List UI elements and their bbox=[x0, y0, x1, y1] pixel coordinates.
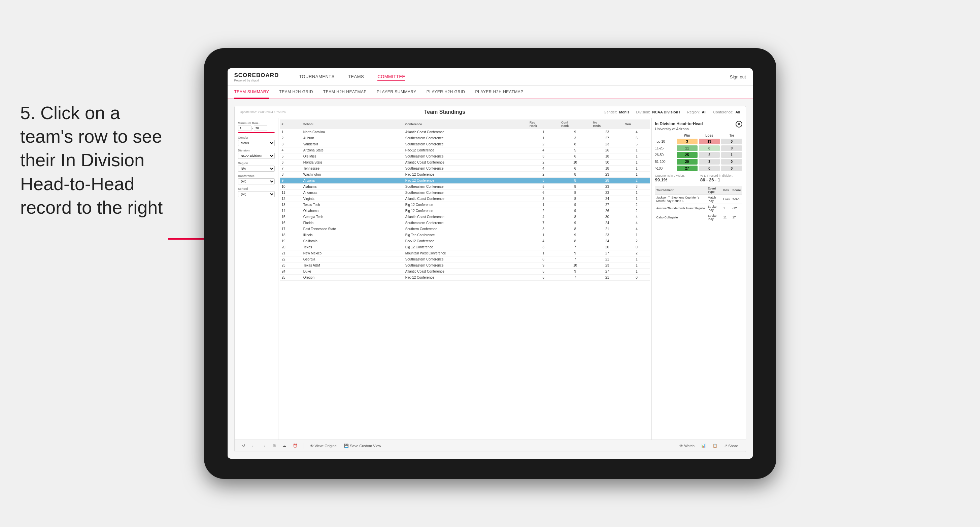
table-row[interactable]: 2 Auburn Southeastern Conference 1 3 27 … bbox=[280, 135, 650, 141]
nav-tournaments[interactable]: TOURNAMENTS bbox=[299, 73, 335, 81]
cell-rnds: 30 bbox=[591, 214, 624, 220]
cell-conference: Atlantic Coast Conference bbox=[403, 129, 528, 135]
toolbar-grid[interactable]: ⊞ bbox=[270, 443, 278, 449]
toolbar-icon-2[interactable]: 📋 bbox=[711, 443, 719, 449]
cell-rnds: 26 bbox=[591, 148, 624, 154]
table-row[interactable]: 9 Arizona Pac-12 Conference 5 8 28 2 bbox=[280, 178, 650, 184]
subnav-player-h2h-heatmap[interactable]: PLAYER H2H HEATMAP bbox=[476, 86, 523, 98]
h2h-row-100plus: >100 27 0 0 bbox=[655, 165, 742, 171]
cell-reg-rank: 3 bbox=[528, 196, 559, 202]
table-row[interactable]: 17 East Tennessee State Southern Confere… bbox=[280, 226, 650, 232]
cell-win: 1 bbox=[624, 148, 650, 154]
toolbar-undo[interactable]: ↺ bbox=[240, 443, 247, 449]
toolbar-clock[interactable]: ⏰ bbox=[291, 443, 300, 449]
gender-select[interactable]: Men's Women's bbox=[238, 140, 275, 146]
min-rounds-slider[interactable] bbox=[238, 132, 275, 133]
table-row[interactable]: 25 Oregon Pac-12 Conference 5 7 21 0 bbox=[280, 275, 650, 281]
cell-conf-rank: 8 bbox=[559, 238, 591, 244]
cell-reg-rank: 4 bbox=[528, 214, 559, 220]
table-row[interactable]: 1 North Carolina Atlantic Coast Conferen… bbox=[280, 129, 650, 135]
sign-out-button[interactable]: Sign out bbox=[730, 75, 746, 79]
cell-rnds: 23 bbox=[591, 184, 624, 190]
cell-conference: Big Ten Conference bbox=[403, 232, 528, 238]
subnav-team-summary[interactable]: TEAM SUMMARY bbox=[234, 86, 269, 98]
cell-conf-rank: 8 bbox=[559, 178, 591, 184]
cell-conference: Atlantic Coast Conference bbox=[403, 268, 528, 275]
table-row[interactable]: 11 Arkansas Southeastern Conference 6 8 … bbox=[280, 190, 650, 196]
table-row[interactable]: 5 Ole Miss Southeastern Conference 3 6 1… bbox=[280, 154, 650, 160]
cell-conf-rank: 3 bbox=[559, 135, 591, 141]
cell-num: 17 bbox=[280, 226, 301, 232]
cell-reg-rank: 8 bbox=[528, 256, 559, 262]
min-rounds-min-input[interactable] bbox=[238, 125, 251, 131]
cell-conf-rank: 9 bbox=[559, 268, 591, 275]
toolbar-back[interactable]: ← bbox=[250, 443, 258, 449]
table-row[interactable]: 22 Georgia Southeastern Conference 8 7 2… bbox=[280, 256, 650, 262]
gender-filter: Gender Men's Women's bbox=[238, 136, 275, 146]
division-select[interactable]: NCAA Division I NCAA Division II NCAA Di… bbox=[238, 153, 275, 159]
table-row[interactable]: 23 Texas A&M Southeastern Conference 9 1… bbox=[280, 262, 650, 268]
cell-conference: Southeastern Conference bbox=[403, 220, 528, 226]
school-select[interactable]: (All) bbox=[238, 191, 275, 197]
table-row[interactable]: 3 Vanderbilt Southeastern Conference 2 8… bbox=[280, 141, 650, 148]
subnav-team-h2h-grid[interactable]: TEAM H2H GRID bbox=[279, 86, 313, 98]
table-row[interactable]: 19 California Pac-12 Conference 4 8 24 2 bbox=[280, 238, 650, 244]
cell-win: 0 bbox=[624, 275, 650, 281]
table-row[interactable]: 6 Florida State Atlantic Coast Conferenc… bbox=[280, 160, 650, 165]
toolbar-forward[interactable]: → bbox=[260, 443, 268, 449]
cell-num: 22 bbox=[280, 256, 301, 262]
cell-conference: Big 12 Conference bbox=[403, 244, 528, 250]
cell-conference: Southeastern Conference bbox=[403, 135, 528, 141]
cell-conference: Pac-12 Conference bbox=[403, 275, 528, 281]
watch-button[interactable]: 👁 Watch bbox=[677, 443, 697, 449]
table-row[interactable]: 4 Arizona State Pac-12 Conference 4 5 26… bbox=[280, 148, 650, 154]
cell-conference: Pac-12 Conference bbox=[403, 178, 528, 184]
subnav-team-h2h-heatmap[interactable]: TEAM H2H HEATMAP bbox=[323, 86, 367, 98]
cell-num: 15 bbox=[280, 214, 301, 220]
region-select[interactable]: N/A East West bbox=[238, 165, 275, 171]
save-custom-view-button[interactable]: 💾 Save Custom View bbox=[342, 443, 383, 449]
cell-win: 1 bbox=[624, 165, 650, 171]
cell-rnds: 23 bbox=[591, 141, 624, 148]
table-row[interactable]: 24 Duke Atlantic Coast Conference 5 9 27… bbox=[280, 268, 650, 275]
cell-school: California bbox=[301, 238, 403, 244]
annotation-text: 5. Click on a team's row to see their In… bbox=[20, 101, 172, 219]
share-button[interactable]: ↗ Share bbox=[722, 443, 740, 449]
tablet-device: SCOREBOARD Powered by clippd TOURNAMENTS… bbox=[204, 48, 776, 479]
table-row[interactable]: 18 Illinois Big Ten Conference 1 9 23 1 bbox=[280, 232, 650, 238]
table-row[interactable]: 20 Texas Big 12 Conference 3 7 20 0 bbox=[280, 244, 650, 250]
cell-conf-rank: 7 bbox=[559, 256, 591, 262]
min-rounds-max-input[interactable] bbox=[254, 125, 267, 131]
conference-select[interactable]: (All) Atlantic Coast Conference Southeas… bbox=[238, 178, 275, 184]
nav-teams[interactable]: TEAMS bbox=[348, 73, 364, 81]
h2h-close-button[interactable]: ✕ bbox=[736, 121, 742, 127]
table-row[interactable]: 8 Washington Pac-12 Conference 2 8 23 1 bbox=[280, 171, 650, 178]
toolbar-icon-1[interactable]: 📊 bbox=[699, 443, 708, 449]
cell-rnds: 21 bbox=[591, 256, 624, 262]
table-row[interactable]: 12 Virginia Atlantic Coast Conference 3 … bbox=[280, 196, 650, 202]
subnav-player-summary[interactable]: PLAYER SUMMARY bbox=[377, 86, 417, 98]
table-row[interactable]: 13 Texas Tech Big 12 Conference 1 9 27 2 bbox=[280, 202, 650, 208]
cell-conf-rank: 9 bbox=[559, 232, 591, 238]
cell-reg-rank: 4 bbox=[528, 165, 559, 171]
toolbar-cloud[interactable]: ☁ bbox=[280, 443, 288, 449]
cell-school: Georgia bbox=[301, 256, 403, 262]
nav-committee[interactable]: COMMITTEE bbox=[377, 73, 405, 81]
table-row[interactable]: 14 Oklahoma Big 12 Conference 2 9 26 2 bbox=[280, 208, 650, 214]
cell-reg-rank: 2 bbox=[528, 171, 559, 178]
cell-num: 25 bbox=[280, 275, 301, 281]
table-row[interactable]: 15 Georgia Tech Atlantic Coast Conferenc… bbox=[280, 214, 650, 220]
table-row[interactable]: 21 New Mexico Mountain West Conference 1… bbox=[280, 250, 650, 256]
conference-filter-display: Conference: All bbox=[713, 110, 740, 114]
table-row[interactable]: 10 Alabama Southeastern Conference 5 8 2… bbox=[280, 184, 650, 190]
cell-rnds: 23 bbox=[591, 232, 624, 238]
view-original-button[interactable]: 👁 View: Original bbox=[308, 443, 340, 449]
subnav-player-h2h-grid[interactable]: PLAYER H2H GRID bbox=[426, 86, 465, 98]
cell-rnds: 24 bbox=[591, 238, 624, 244]
cell-rnds: 30 bbox=[591, 160, 624, 165]
cell-conference: Atlantic Coast Conference bbox=[403, 196, 528, 202]
cell-num: 11 bbox=[280, 190, 301, 196]
h2h-col-tie: Tie bbox=[721, 133, 742, 137]
table-row[interactable]: 7 Tennessee Southeastern Conference 4 6 … bbox=[280, 165, 650, 171]
table-row[interactable]: 16 Florida Southeastern Conference 7 9 2… bbox=[280, 220, 650, 226]
